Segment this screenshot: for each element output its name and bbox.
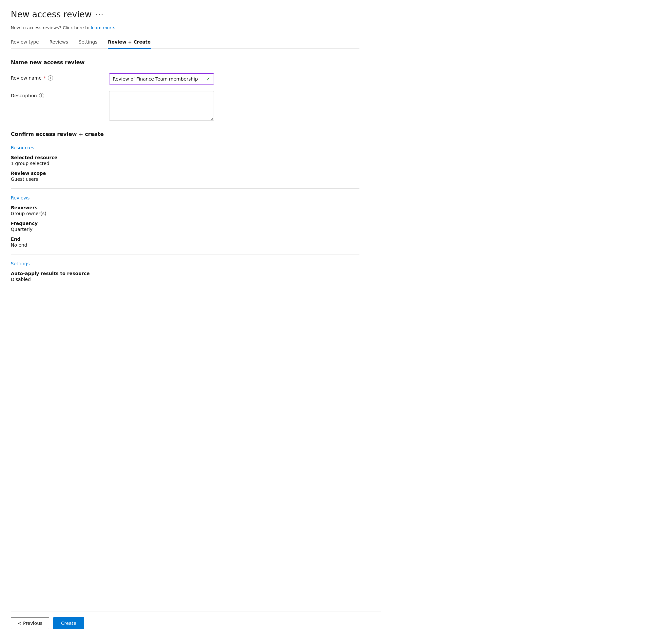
review-name-input[interactable] [113, 76, 204, 82]
end-label: End [11, 237, 359, 242]
description-info-icon[interactable]: i [39, 93, 44, 98]
auto-apply-field: Auto-apply results to resource Disabled [11, 271, 359, 282]
valid-check-icon: ✓ [206, 76, 210, 82]
auto-apply-value: Disabled [11, 277, 359, 282]
footer: < Previous Create [11, 611, 381, 635]
tab-settings[interactable]: Settings [79, 39, 97, 49]
review-name-input-wrapper: ✓ [109, 73, 214, 85]
end-field: End No end [11, 237, 359, 247]
reviews-header: Reviews [11, 195, 359, 200]
confirm-section: Confirm access review + create Resources… [11, 131, 359, 282]
create-button[interactable]: Create [53, 617, 84, 629]
review-scope-label: Review scope [11, 171, 359, 176]
nav-tabs: Review type Reviews Settings Review + Cr… [11, 39, 359, 49]
reviewers-value: Group owner(s) [11, 211, 359, 216]
page-title: New access review [11, 9, 92, 19]
previous-button[interactable]: < Previous [11, 617, 49, 629]
review-name-label: Review name * i [11, 73, 109, 81]
selected-resource-field: Selected resource 1 group selected [11, 155, 359, 166]
tab-reviews[interactable]: Reviews [49, 39, 68, 49]
auto-apply-label: Auto-apply results to resource [11, 271, 359, 276]
learn-more-row: New to access reviews? Click here to lea… [11, 25, 359, 30]
selected-resource-label: Selected resource [11, 155, 359, 160]
tab-review-create[interactable]: Review + Create [108, 39, 150, 49]
resources-header: Resources [11, 145, 359, 150]
description-input[interactable] [109, 91, 214, 121]
more-options-icon[interactable]: ··· [96, 10, 104, 18]
description-label: Description i [11, 91, 109, 98]
frequency-value: Quarterly [11, 227, 359, 232]
frequency-field: Frequency Quarterly [11, 221, 359, 232]
review-name-row: Review name * i ✓ [11, 73, 359, 85]
learn-more-text: New to access reviews? Click here to [11, 25, 89, 30]
frequency-label: Frequency [11, 221, 359, 226]
reviewers-field: Reviewers Group owner(s) [11, 205, 359, 216]
learn-more-link[interactable]: learn more. [91, 25, 115, 30]
description-row: Description i [11, 91, 359, 121]
page-header: New access review ··· [11, 9, 359, 19]
confirm-section-title: Confirm access review + create [11, 131, 359, 137]
form-section-title: Name new access review [11, 59, 359, 66]
end-value: No end [11, 242, 359, 247]
divider-2 [11, 254, 359, 255]
review-name-info-icon[interactable]: i [48, 75, 53, 81]
settings-header: Settings [11, 261, 359, 266]
tab-review-type[interactable]: Review type [11, 39, 39, 49]
selected-resource-value: 1 group selected [11, 161, 359, 166]
required-indicator: * [44, 75, 46, 81]
reviewers-label: Reviewers [11, 205, 359, 210]
divider-1 [11, 188, 359, 189]
review-scope-field: Review scope Guest users [11, 171, 359, 182]
review-scope-value: Guest users [11, 176, 359, 182]
